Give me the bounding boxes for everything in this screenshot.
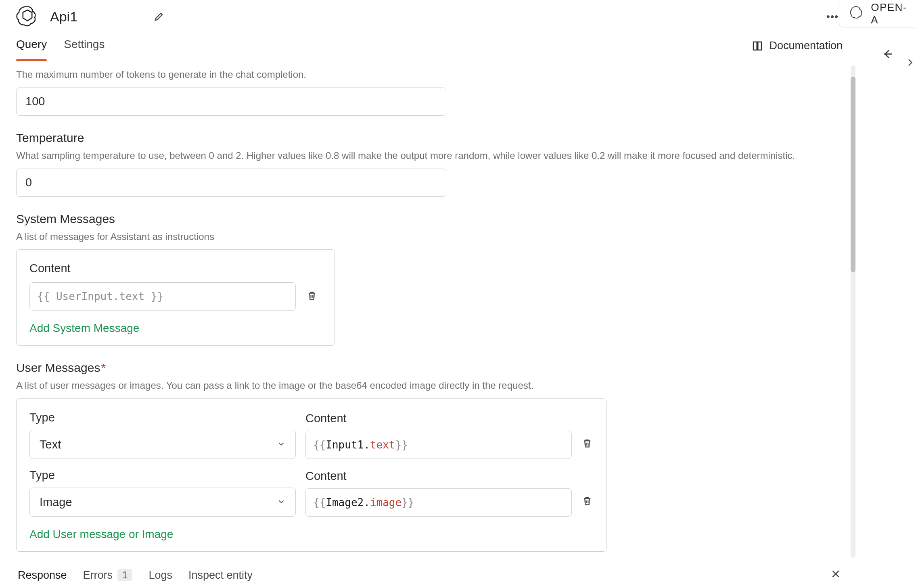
user-message-row: Type Image Content {{Image2.image}} <box>29 469 593 517</box>
tab-inspect-entity[interactable]: Inspect entity <box>188 569 253 582</box>
tab-response[interactable]: Response <box>18 569 67 582</box>
tab-logs[interactable]: Logs <box>148 569 172 582</box>
user-message-type-value: Image <box>40 496 72 509</box>
user-messages-panel: Type Text Content {{Input1.text}} <box>16 398 606 552</box>
chevron-down-icon <box>277 438 286 451</box>
user-message-type-select[interactable]: Text <box>29 430 296 459</box>
system-messages-label: System Messages <box>16 212 843 226</box>
results-tab-bar: Response Errors 1 Logs Inspect entity <box>0 562 859 588</box>
system-message-content-input[interactable]: {{ UserInput.text }} <box>29 282 296 311</box>
tab-settings[interactable]: Settings <box>64 34 105 61</box>
add-user-message-link[interactable]: Add User message or Image <box>29 528 593 541</box>
temperature-label: Temperature <box>16 131 843 145</box>
scrollbar-thumb[interactable] <box>851 77 855 272</box>
rename-button[interactable] <box>152 10 166 23</box>
user-message-type-value: Text <box>40 438 61 451</box>
provider-label: OPEN-A <box>871 1 907 26</box>
book-icon <box>751 40 763 52</box>
page-title: Api1 <box>50 9 77 25</box>
openai-logo-icon <box>16 4 39 29</box>
system-messages-panel: Content {{ UserInput.text }} Add System … <box>16 249 335 346</box>
field-max-tokens: Max Tokens The maximum number of tokens … <box>16 61 843 116</box>
tab-errors-label: Errors <box>83 569 113 582</box>
form-scroll-area: Max Tokens The maximum number of tokens … <box>0 61 859 562</box>
max-tokens-desc: The maximum number of tokens to generate… <box>16 68 843 82</box>
more-menu-button[interactable]: ••• <box>826 10 839 23</box>
user-message-type-select[interactable]: Image <box>29 488 296 517</box>
openai-logo-icon <box>850 5 864 22</box>
user-message-content-label: Content <box>305 412 572 425</box>
delete-user-message-button[interactable] <box>581 495 593 509</box>
expand-panel-button[interactable] <box>904 52 916 73</box>
delete-user-message-button[interactable] <box>581 438 593 451</box>
delete-system-message-button[interactable] <box>306 290 318 303</box>
user-message-content-input[interactable]: {{Input1.text}} <box>305 431 572 459</box>
provider-pill[interactable]: OPEN-A <box>839 0 916 27</box>
temperature-input[interactable] <box>16 169 446 197</box>
field-user-messages: User Messages* A list of user messages o… <box>16 361 843 552</box>
close-results-button[interactable] <box>830 569 841 582</box>
user-message-row: Type Text Content {{Input1.text}} <box>29 411 593 459</box>
user-messages-label: User Messages* <box>16 361 843 375</box>
max-tokens-label: Max Tokens <box>16 61 843 64</box>
errors-badge: 1 <box>117 569 132 581</box>
tab-errors[interactable]: Errors 1 <box>83 569 133 582</box>
documentation-link[interactable]: Documentation <box>751 40 843 61</box>
user-messages-label-text: User Messages <box>16 361 100 374</box>
system-messages-desc: A list of messages for Assistant as inst… <box>16 230 843 244</box>
field-temperature: Temperature What sampling temperature to… <box>16 131 843 197</box>
user-message-content-label: Content <box>305 469 572 483</box>
chevron-down-icon <box>277 496 286 509</box>
field-system-messages: System Messages A list of messages for A… <box>16 212 843 346</box>
user-message-type-label: Type <box>29 469 296 482</box>
user-message-type-label: Type <box>29 411 296 424</box>
system-message-content-label: Content <box>29 262 322 275</box>
add-system-message-link[interactable]: Add System Message <box>29 322 322 335</box>
user-messages-desc: A list of user messages or images. You c… <box>16 379 843 393</box>
required-star: * <box>101 361 106 374</box>
tab-query[interactable]: Query <box>16 34 47 61</box>
right-rail: OPEN-A <box>859 0 916 588</box>
page-header: Api1 ••• <box>0 0 859 33</box>
temperature-desc: What sampling temperature to use, betwee… <box>16 149 843 163</box>
collapse-arrow-icon[interactable] <box>881 48 894 63</box>
tabs-bar: Query Settings Documentation <box>0 33 859 61</box>
documentation-label: Documentation <box>769 40 843 52</box>
user-message-content-input[interactable]: {{Image2.image}} <box>305 488 572 517</box>
max-tokens-input[interactable] <box>16 88 446 116</box>
